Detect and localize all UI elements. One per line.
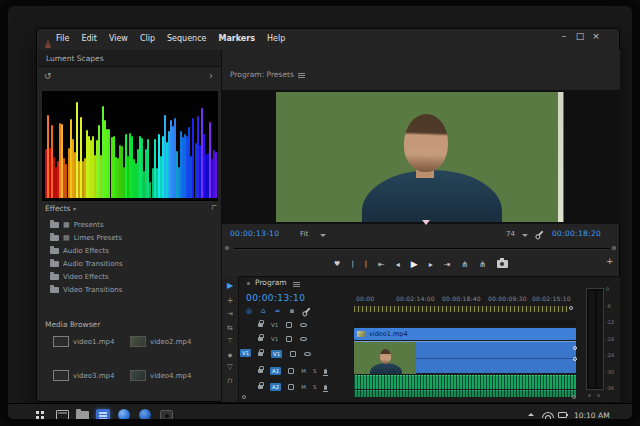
- mark-out-icon[interactable]: |: [365, 260, 367, 268]
- snap-icon[interactable]: ⌂: [261, 307, 265, 315]
- chevron-down-icon[interactable]: [320, 234, 326, 237]
- playhead-marker-icon[interactable]: [422, 220, 430, 225]
- taskbar-folder-icon[interactable]: [76, 411, 89, 419]
- timeline-timecode[interactable]: 00:00:13:10: [246, 293, 305, 303]
- ripple-edit-tool-icon[interactable]: ⇥: [227, 310, 233, 318]
- menu-sequence[interactable]: Sequence: [161, 34, 212, 43]
- lock-icon[interactable]: [258, 369, 263, 373]
- track-header-a2[interactable]: A2 M S: [258, 383, 327, 391]
- chevron-down-icon[interactable]: [522, 234, 528, 237]
- lock-icon[interactable]: [258, 323, 263, 327]
- linked-selection-icon[interactable]: ≈: [275, 307, 281, 315]
- menu-clip[interactable]: Clip: [134, 34, 161, 43]
- add-button[interactable]: +: [606, 256, 614, 266]
- track-target-icon[interactable]: [286, 336, 292, 342]
- tray-expand-icon[interactable]: [528, 413, 534, 416]
- playback-resolution-select[interactable]: 74: [506, 230, 515, 238]
- mic-icon[interactable]: [324, 385, 327, 390]
- clip-handle[interactable]: [573, 346, 577, 350]
- clip-a1-waveform[interactable]: [354, 375, 576, 389]
- rolling-edit-tool-icon[interactable]: ⇆: [227, 324, 233, 332]
- chevron-right-icon[interactable]: ›: [209, 70, 213, 81]
- wrench-icon[interactable]: [536, 230, 543, 237]
- refresh-icon[interactable]: ↺: [44, 71, 52, 81]
- effects-item-audio-transitions[interactable]: Audio Transitions: [50, 257, 218, 270]
- lock-icon[interactable]: [258, 337, 263, 341]
- empty-track-lane[interactable]: [354, 320, 576, 327]
- tab-close-icon[interactable]: [247, 282, 250, 285]
- selection-tool-icon[interactable]: ▶: [227, 281, 233, 290]
- effects-item-audio-effects[interactable]: Audio Effects: [50, 244, 218, 257]
- media-browser-title[interactable]: Media Browser: [45, 320, 100, 329]
- solo-button[interactable]: S: [313, 368, 317, 374]
- start-button-icon[interactable]: [36, 411, 39, 414]
- taskbar-window-icon[interactable]: [56, 410, 69, 419]
- taskbar-globe-icon[interactable]: [139, 409, 151, 419]
- eye-icon[interactable]: [300, 337, 307, 341]
- track-label[interactable]: A1: [270, 367, 281, 375]
- track-target-icon[interactable]: [288, 368, 294, 374]
- effects-item-presents[interactable]: ▦ Presents: [50, 218, 218, 231]
- mute-button[interactable]: M: [301, 368, 306, 374]
- tab-lument-scapes[interactable]: Lument Scapes: [46, 54, 104, 63]
- marker-toggle-icon[interactable]: ▪: [289, 307, 294, 315]
- razor-tool-icon[interactable]: ⊤: [227, 337, 233, 345]
- panel-menu-icon[interactable]: [298, 73, 305, 74]
- timeline-ruler[interactable]: [354, 306, 568, 312]
- track-header-a1[interactable]: A1 M S: [258, 367, 327, 375]
- menu-view[interactable]: View: [103, 34, 134, 43]
- mic-icon[interactable]: [324, 369, 327, 374]
- track-label[interactable]: V1: [271, 350, 282, 358]
- scrubber-right-handle[interactable]: [612, 246, 616, 250]
- eye-icon[interactable]: [304, 352, 311, 356]
- pen-tool-icon[interactable]: ◆: [228, 351, 233, 358]
- lift-icon[interactable]: ⋔: [461, 260, 468, 269]
- clip-v2[interactable]: video1.mp4: [354, 328, 576, 340]
- menu-edit[interactable]: Edit: [75, 34, 103, 43]
- program-monitor-title[interactable]: Program: Presets: [230, 70, 294, 79]
- source-patch-v1[interactable]: V1: [240, 349, 251, 357]
- track-target-icon[interactable]: [288, 384, 294, 390]
- hscroll-right-handle[interactable]: [572, 395, 576, 399]
- eye-icon[interactable]: [300, 323, 307, 327]
- solo-button[interactable]: S: [313, 384, 317, 390]
- menu-file[interactable]: File: [50, 34, 75, 43]
- effects-item-video-transitions[interactable]: Video Transitions: [50, 283, 218, 296]
- media-item-video3[interactable]: video3.mp4: [53, 370, 115, 381]
- track-header-v3[interactable]: V1: [258, 322, 307, 328]
- clip-v1[interactable]: [354, 341, 576, 373]
- extract-icon[interactable]: ⋔: [479, 260, 486, 269]
- track-header-v2[interactable]: V1: [258, 336, 307, 342]
- track-label[interactable]: A2: [270, 383, 281, 391]
- media-item-video2[interactable]: video2.mp4: [130, 336, 192, 347]
- slip-tool-icon[interactable]: ▽: [227, 363, 232, 371]
- wrench-icon[interactable]: [304, 307, 311, 314]
- lock-icon[interactable]: [258, 352, 263, 356]
- effects-item-video-effects[interactable]: Video Effects: [50, 270, 218, 283]
- play-icon[interactable]: ▶: [411, 259, 418, 269]
- add-marker-icon[interactable]: ♥: [334, 260, 340, 268]
- effects-item-limes-presets[interactable]: ▤ Limes Presets: [50, 231, 218, 244]
- step-back-icon[interactable]: ◂: [396, 260, 400, 269]
- timecode-in[interactable]: 00:00:13-10: [230, 229, 279, 238]
- work-area-handle[interactable]: [569, 306, 573, 310]
- export-frame-icon[interactable]: [497, 260, 508, 268]
- track-target-icon[interactable]: [286, 322, 292, 328]
- taskbar-browser-icon[interactable]: [118, 409, 130, 419]
- media-item-video4[interactable]: video4.mp4: [130, 370, 192, 381]
- media-item-video1[interactable]: video1.mp4: [53, 336, 115, 347]
- mute-button[interactable]: M: [301, 384, 306, 390]
- hscroll-left-handle[interactable]: [242, 395, 246, 399]
- wifi-icon[interactable]: [542, 412, 552, 418]
- effects-dropdown-icon[interactable]: ▾: [73, 205, 76, 212]
- track-select-tool-icon[interactable]: +: [227, 296, 234, 305]
- lock-icon[interactable]: [258, 385, 263, 389]
- panel-menu-icon[interactable]: [293, 282, 300, 283]
- track-header-v1[interactable]: V1: [258, 350, 311, 358]
- minimize-button[interactable]: –: [556, 31, 572, 41]
- go-to-out-icon[interactable]: ⇥: [444, 260, 451, 269]
- effects-panel-title[interactable]: Effects ▾: [45, 204, 76, 213]
- timeline-tab[interactable]: Program: [255, 278, 287, 287]
- track-target-icon[interactable]: [290, 351, 296, 357]
- hand-tool-icon[interactable]: ⊓: [227, 377, 232, 385]
